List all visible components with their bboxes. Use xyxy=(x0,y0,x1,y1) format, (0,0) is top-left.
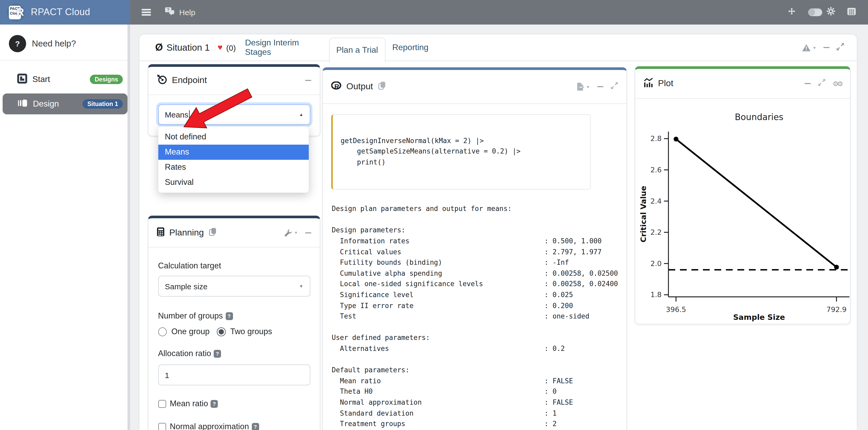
sidebar-divider xyxy=(0,60,130,61)
tools-dropdown-button[interactable]: ▼ xyxy=(284,229,298,237)
calculation-target-select[interactable]: Sample size ▼ xyxy=(158,276,310,297)
endpoint-card: Endpoint Means ▲ xyxy=(148,64,320,136)
toggle-knob xyxy=(808,9,815,16)
two-groups-radio[interactable] xyxy=(217,327,226,336)
grid-apps-icon[interactable] xyxy=(847,7,856,17)
svg-text:396.5: 396.5 xyxy=(665,305,686,313)
help-badge-icon[interactable]: ? xyxy=(225,312,233,320)
number-of-groups-label: Number of groups? xyxy=(158,311,310,321)
normal-approximation-checkbox[interactable] xyxy=(158,423,166,430)
help-badge-icon[interactable]: ? xyxy=(252,423,259,430)
topbar-actions xyxy=(787,7,856,18)
warning-triangle-icon xyxy=(802,43,810,52)
need-help-link[interactable]: ? Need help? xyxy=(9,35,130,52)
endpoint-option[interactable]: Means xyxy=(158,145,309,160)
collapse-card-icon[interactable] xyxy=(804,83,810,84)
fullscreen-move-icon[interactable] xyxy=(787,7,795,17)
tab-design-interim-stages[interactable]: Design Interim Stages xyxy=(245,34,321,61)
collapse-card-icon[interactable] xyxy=(305,232,311,233)
svg-text:?: ? xyxy=(167,7,169,12)
design-icon xyxy=(17,98,28,110)
tab-reporting[interactable]: Reporting xyxy=(393,34,428,61)
boundaries-chart: Boundaries1.82.02.22.42.62.8396.5792.9Sa… xyxy=(637,101,850,324)
plot-card-title: Plot xyxy=(658,78,673,89)
output-card-title: Output xyxy=(346,82,373,92)
r-logo-icon: R xyxy=(331,81,342,92)
app-title: RPACT Cloud xyxy=(31,7,90,18)
help-button[interactable]: ? Help xyxy=(164,7,195,18)
tab-plan-a-trial[interactable]: Plan a Trial xyxy=(329,38,385,62)
situation-badge: Situation 1 xyxy=(83,99,123,109)
need-help-label: Need help? xyxy=(32,39,76,48)
mean-ratio-row: Mean ratio ? xyxy=(158,399,310,408)
export-dropdown-button[interactable]: ▼ xyxy=(577,83,590,91)
topbar: ? Help xyxy=(130,0,868,25)
theme-toggle[interactable] xyxy=(808,9,822,16)
favorite-count: (0) xyxy=(226,43,236,52)
help-label: Help xyxy=(179,8,195,17)
chart-icon xyxy=(643,78,653,89)
output-card: R Output ▼ get xyxy=(322,68,627,430)
mean-ratio-checkbox[interactable] xyxy=(158,400,166,408)
endpoint-combobox[interactable]: Means ▲ xyxy=(158,104,310,125)
endpoint-option[interactable]: Rates xyxy=(158,160,309,175)
svg-text:2.8: 2.8 xyxy=(650,134,661,142)
copy-icon[interactable] xyxy=(378,82,385,92)
svg-text:2.4: 2.4 xyxy=(650,197,661,205)
endpoint-combobox-value: Means xyxy=(165,110,188,119)
question-mark-icon: ? xyxy=(9,35,26,52)
copy-icon[interactable] xyxy=(209,228,216,238)
collapse-card-icon[interactable] xyxy=(597,86,603,87)
calculation-target-label: Calculation target xyxy=(158,261,310,271)
situation-title: Situation 1 xyxy=(167,42,210,53)
allocation-ratio-label: Allocation ratio? xyxy=(158,349,310,359)
normal-approximation-label: Normal approximation xyxy=(170,422,249,430)
endpoint-option[interactable]: Not defined xyxy=(158,130,309,145)
allocation-ratio-input[interactable]: 1 xyxy=(158,365,310,386)
help-badge-icon[interactable]: ? xyxy=(211,400,218,408)
one-group-radio[interactable] xyxy=(158,327,167,336)
brand-bar: PACT Cloud R RPACT Cloud xyxy=(0,0,130,25)
sidebar-scrollbar[interactable] xyxy=(127,25,130,430)
warnings-dropdown-button[interactable]: ▼ xyxy=(802,43,816,52)
tab-bar: Ø Situation 1 ♥ (0) Design Interim Stage… xyxy=(140,34,857,61)
file-export-icon xyxy=(577,83,584,91)
calculator-icon xyxy=(157,227,164,239)
mean-ratio-label: Mean ratio xyxy=(170,399,208,408)
design-output-text: Design plan parameters and output for me… xyxy=(332,204,626,430)
start-icon xyxy=(17,73,27,86)
sidebar-item-start[interactable]: Start Designs xyxy=(0,69,130,89)
help-badge-icon[interactable]: ? xyxy=(214,350,221,358)
designs-badge: Designs xyxy=(90,75,123,84)
hamburger-menu-icon[interactable] xyxy=(142,7,151,17)
one-group-label: One group xyxy=(172,327,210,336)
expand-panel-icon[interactable] xyxy=(836,42,844,53)
help-chat-icon: ? xyxy=(164,7,176,18)
endpoint-option[interactable]: Survival xyxy=(158,175,309,190)
collapse-card-icon[interactable] xyxy=(305,80,311,81)
app-root: ? Help PACT Cloud R RPACT Cl xyxy=(0,0,868,430)
chevron-up-icon: ▲ xyxy=(299,112,303,117)
heart-favorite-icon[interactable]: ♥ xyxy=(218,43,222,52)
text-cursor xyxy=(189,110,189,119)
sidebar: PACT Cloud R RPACT Cloud ? Need help? St… xyxy=(0,0,130,430)
svg-text:1.8: 1.8 xyxy=(650,291,661,299)
svg-text:Boundaries: Boundaries xyxy=(735,112,783,122)
sidebar-item-design[interactable]: Design Situation 1 xyxy=(3,94,127,114)
collapse-panel-icon[interactable] xyxy=(823,47,829,48)
sidebar-item-label: Design xyxy=(33,99,59,109)
svg-text:Critical Value: Critical Value xyxy=(639,186,648,242)
rpact-logo: PACT Cloud R xyxy=(7,3,25,21)
sidebar-item-label: Start xyxy=(32,75,50,84)
planning-card-title: Planning xyxy=(169,228,204,238)
expand-card-icon[interactable] xyxy=(818,79,825,88)
expand-card-icon[interactable] xyxy=(611,82,618,92)
settings-sun-icon[interactable] xyxy=(826,7,835,18)
plot-settings-gears-icon[interactable]: ⚙⚙ xyxy=(833,79,842,88)
normal-approximation-row: Normal approximation ? xyxy=(158,422,310,430)
plot-card: Plot ⚙⚙ Boundaries1.82.02.22.42.62.8396.… xyxy=(634,66,850,324)
null-set-icon: Ø xyxy=(155,42,163,53)
wrench-icon xyxy=(284,229,292,237)
svg-text:2.2: 2.2 xyxy=(650,228,661,236)
main-panel: Ø Situation 1 ♥ (0) Design Interim Stage… xyxy=(140,34,857,430)
